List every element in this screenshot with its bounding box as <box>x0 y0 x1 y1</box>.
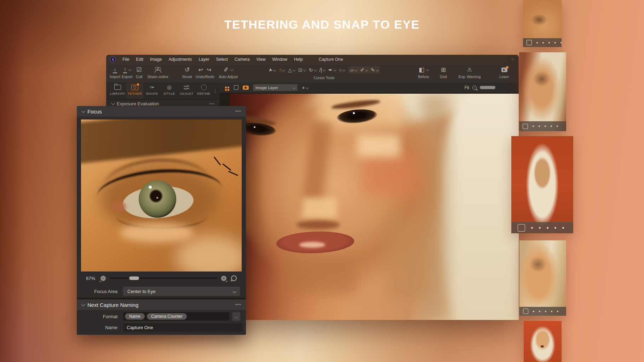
minimize-dash-icon[interactable]: − <box>511 55 514 64</box>
rating-dot[interactable] <box>547 227 548 229</box>
reset-button[interactable]: ↺ Reset <box>181 65 193 79</box>
menu-image[interactable]: Image <box>150 57 162 62</box>
select-checkbox[interactable] <box>523 309 528 314</box>
rating-dot[interactable] <box>554 227 556 229</box>
rating-dot[interactable] <box>539 125 540 127</box>
zoom-out-icon[interactable]: − <box>100 276 106 281</box>
rating-dot[interactable] <box>545 125 546 127</box>
format-token-field[interactable]: Name Camera Counter <box>123 312 229 321</box>
share-online-button[interactable]: Share online <box>145 65 171 79</box>
multi-view-icon[interactable] <box>225 87 227 88</box>
menu-layer[interactable]: Layer <box>199 57 209 62</box>
name-input[interactable]: Capture One <box>123 323 243 332</box>
tab-adjust[interactable]: ADJUST <box>178 83 195 99</box>
photo-layer <box>302 198 337 218</box>
spot-removal-tool[interactable]: ✒ <box>328 67 336 73</box>
redo-icon[interactable]: ↪ <box>207 66 211 73</box>
menu-select[interactable]: Select <box>216 57 228 62</box>
learn-button[interactable]: ▶ Learn <box>498 65 510 79</box>
select-checkbox[interactable] <box>527 40 532 45</box>
naming-panel-header[interactable]: Next Capture Naming ••• <box>77 299 246 310</box>
token-camera-counter[interactable]: Camera Counter <box>147 313 187 320</box>
copy-adjustments-button[interactable]: ➤ Copy <box>518 65 519 79</box>
rating-dot[interactable] <box>545 311 546 312</box>
eraser-tool[interactable]: ▱ <box>350 67 357 73</box>
rating-dot[interactable] <box>542 42 544 43</box>
add-layer-button[interactable]: + <box>302 84 308 90</box>
rating-dot[interactable] <box>551 125 552 127</box>
photo-layer <box>441 94 519 320</box>
panel-more-icon[interactable]: ••• <box>235 302 241 307</box>
viewer-zoom-slider[interactable] <box>480 86 495 89</box>
filmstrip-thumbnail-5[interactable] <box>524 321 562 362</box>
crop-tool[interactable]: ⊡ <box>298 67 306 73</box>
pan-hand-tool[interactable]: ☝ <box>279 67 285 73</box>
draw-mask-tool[interactable]: ✐ <box>360 67 368 73</box>
filmstrip-thumbnail-3[interactable] <box>511 136 573 233</box>
exposure-warning-button[interactable]: ⚠ Exp. Warning <box>457 65 482 79</box>
proof-eye-icon[interactable] <box>243 86 249 90</box>
cursor-arrow-tool[interactable]: ➤ <box>268 67 276 73</box>
tab-refine[interactable]: REFINE <box>195 83 212 99</box>
rotate-tool[interactable]: ↻ <box>309 67 316 73</box>
auto-adjust-button[interactable]: ✐ Auto Adjust <box>217 65 240 79</box>
menu-camera[interactable]: Camera <box>235 57 250 62</box>
filmstrip-thumbnail-2[interactable] <box>519 52 566 131</box>
tabs-overflow-icon[interactable]: ⋮ <box>212 88 218 94</box>
menu-adjustments[interactable]: Adjustments <box>168 57 192 62</box>
rating-dot[interactable] <box>536 42 538 43</box>
chevron-down-icon <box>233 290 236 293</box>
token-name[interactable]: Name <box>125 313 145 320</box>
rating-dot[interactable] <box>551 311 552 312</box>
zoom-out-icon[interactable]: − <box>472 86 477 90</box>
rating-dot[interactable] <box>560 42 562 43</box>
rating-dot[interactable] <box>533 311 534 312</box>
rating-dot[interactable] <box>539 311 540 312</box>
rating-dot[interactable] <box>548 42 550 43</box>
tab-shape[interactable]: ✑ SHAPE <box>143 83 161 99</box>
menu-view[interactable]: View <box>257 57 266 62</box>
portrait-photo[interactable] <box>230 94 519 320</box>
single-view-icon[interactable] <box>234 85 238 90</box>
zoom-in-icon[interactable]: + <box>221 276 226 281</box>
panel-more-icon[interactable]: ••• <box>209 101 214 106</box>
grid-button[interactable]: ⊞ Grid <box>437 65 449 79</box>
zoom-slider-handle[interactable] <box>129 276 139 280</box>
before-button[interactable]: ◧ Before <box>418 65 430 79</box>
rating-dot[interactable] <box>562 227 564 229</box>
select-checkbox[interactable] <box>523 124 528 129</box>
menu-file[interactable]: File <box>122 57 129 62</box>
rating-dot[interactable] <box>557 311 558 312</box>
focus-area-select[interactable]: Center to Eye <box>123 287 240 296</box>
rating-dot[interactable] <box>539 227 541 229</box>
zoom-slider-track[interactable] <box>110 278 217 279</box>
straighten-tool[interactable]: /| <box>320 67 326 73</box>
undo-icon[interactable]: ↩ <box>199 66 203 73</box>
rating-dot[interactable] <box>554 42 556 43</box>
magnifier-icon[interactable] <box>231 275 237 281</box>
heal-pen-tool[interactable]: ✎ <box>371 67 378 73</box>
filmstrip-thumbnail-1[interactable] <box>523 0 562 47</box>
menu-edit[interactable]: Edit <box>136 57 143 62</box>
import-button[interactable]: ↓ Import <box>109 65 121 79</box>
panel-more-icon[interactable]: ••• <box>235 109 241 114</box>
layer-select[interactable]: Image Layer <box>253 84 298 91</box>
rating-dot[interactable] <box>533 125 534 127</box>
menu-window[interactable]: Window <box>272 57 287 62</box>
format-more-button[interactable]: ... <box>232 312 240 321</box>
filmstrip-thumbnail-4[interactable] <box>519 240 566 316</box>
tab-style[interactable]: ◎ STYLE <box>161 83 178 99</box>
tab-tether[interactable]: TETHER <box>126 83 144 99</box>
rating-dot[interactable] <box>531 227 533 229</box>
undo-redo-buttons[interactable]: ↩ ↪ Undo/Redo <box>193 65 217 79</box>
menu-help[interactable]: Help <box>294 57 303 62</box>
tab-library[interactable]: LIBRARY <box>109 83 126 99</box>
loupe-tool[interactable]: △ <box>288 67 295 73</box>
select-checkbox[interactable] <box>518 224 525 232</box>
rating-dot[interactable] <box>557 125 558 127</box>
cull-button[interactable]: ☑ Cull <box>133 65 145 79</box>
heal-circle-tool[interactable]: ○ <box>339 67 345 73</box>
export-button[interactable]: ↑ Export <box>121 65 133 79</box>
thumbnail-status-bar <box>511 222 573 233</box>
focus-panel-header[interactable]: Focus ••• <box>77 106 246 117</box>
